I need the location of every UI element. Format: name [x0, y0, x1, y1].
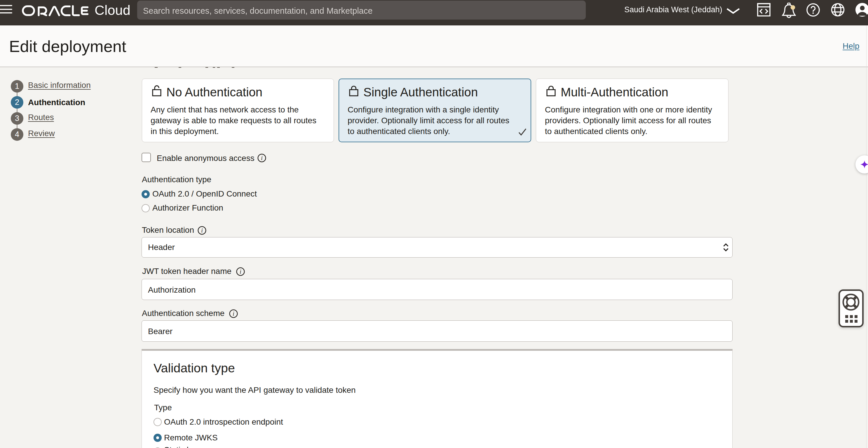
- svg-text:i: i: [232, 310, 235, 317]
- svg-text:i: i: [261, 155, 263, 161]
- svg-text:i: i: [240, 268, 241, 275]
- svg-text:i: i: [201, 227, 203, 234]
